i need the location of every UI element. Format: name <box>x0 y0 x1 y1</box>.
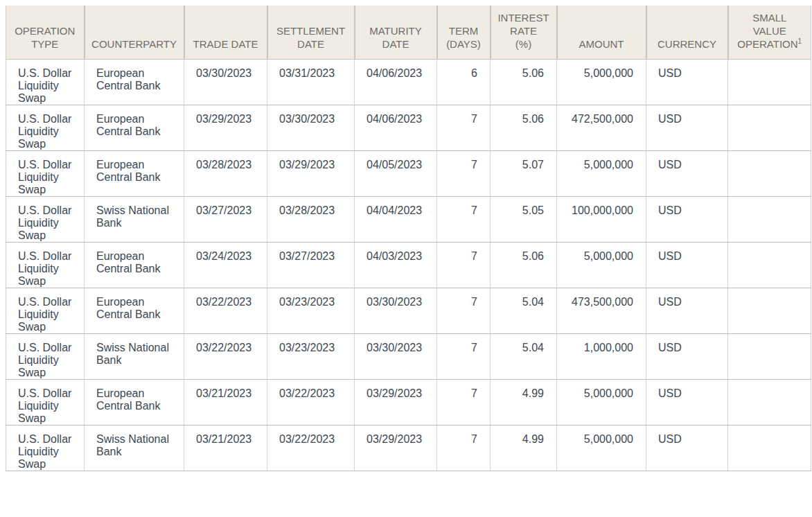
cell-term-days: 7 <box>437 334 491 380</box>
cell-amount: 5,000,000 <box>557 60 646 105</box>
table-header: OPERATION TYPE COUNTERPARTY TRADE DATE S… <box>6 6 811 60</box>
cell-small-value-operation <box>728 151 811 197</box>
cell-operation-type: U.S. Dollar Liquidity Swap <box>6 288 85 334</box>
cell-currency: USD <box>646 288 728 334</box>
cell-counterparty: Swiss National Bank <box>85 197 184 243</box>
cell-maturity-date: 04/04/2023 <box>355 197 437 243</box>
cell-small-value-operation <box>728 380 811 426</box>
cell-maturity-date: 04/06/2023 <box>355 60 437 105</box>
cell-small-value-operation <box>728 243 811 288</box>
header-trade-date: TRADE DATE <box>184 6 267 60</box>
cell-interest-rate: 4.99 <box>491 380 557 426</box>
header-counterparty: COUNTERPARTY <box>85 6 184 60</box>
cell-term-days: 7 <box>437 197 491 243</box>
cell-maturity-date: 03/30/2023 <box>355 334 437 380</box>
header-small-value-label: SMALL VALUE OPERATION <box>737 12 797 50</box>
cell-term-days: 7 <box>437 288 491 334</box>
cell-currency: USD <box>646 105 728 151</box>
cell-amount: 5,000,000 <box>557 426 646 471</box>
cell-small-value-operation <box>728 426 811 471</box>
table-row: U.S. Dollar Liquidity SwapEuropean Centr… <box>6 60 811 105</box>
header-amount: AMOUNT <box>557 6 646 60</box>
cell-amount: 473,500,000 <box>557 288 646 334</box>
cell-currency: USD <box>646 380 728 426</box>
cell-small-value-operation <box>728 288 811 334</box>
table-row: U.S. Dollar Liquidity SwapSwiss National… <box>6 197 811 243</box>
cell-operation-type: U.S. Dollar Liquidity Swap <box>6 243 85 288</box>
cell-term-days: 7 <box>437 426 491 471</box>
cell-interest-rate: 5.06 <box>491 105 557 151</box>
header-maturity-date: MATURITY DATE <box>355 6 437 60</box>
cell-currency: USD <box>646 426 728 471</box>
cell-term-days: 7 <box>437 243 491 288</box>
cell-settlement-date: 03/30/2023 <box>267 105 355 151</box>
cell-maturity-date: 04/05/2023 <box>355 151 437 197</box>
cell-term-days: 7 <box>437 105 491 151</box>
header-interest-rate: INTEREST RATE (%) <box>491 6 557 60</box>
table-body: U.S. Dollar Liquidity SwapEuropean Centr… <box>6 60 811 471</box>
cell-currency: USD <box>646 151 728 197</box>
cell-interest-rate: 5.04 <box>491 334 557 380</box>
cell-small-value-operation <box>728 197 811 243</box>
cell-maturity-date: 03/29/2023 <box>355 380 437 426</box>
cell-interest-rate: 5.05 <box>491 197 557 243</box>
cell-interest-rate: 5.06 <box>491 243 557 288</box>
cell-settlement-date: 03/28/2023 <box>267 197 355 243</box>
cell-counterparty: European Central Bank <box>85 243 184 288</box>
cell-term-days: 7 <box>437 151 491 197</box>
table-row: U.S. Dollar Liquidity SwapEuropean Centr… <box>6 380 811 426</box>
cell-counterparty: European Central Bank <box>85 60 184 105</box>
table-row: U.S. Dollar Liquidity SwapEuropean Centr… <box>6 288 811 334</box>
cell-operation-type: U.S. Dollar Liquidity Swap <box>6 197 85 243</box>
cell-settlement-date: 03/27/2023 <box>267 243 355 288</box>
cell-amount: 100,000,000 <box>557 197 646 243</box>
cell-settlement-date: 03/31/2023 <box>267 60 355 105</box>
header-currency: CURRENCY <box>646 6 728 60</box>
cell-trade-date: 03/24/2023 <box>184 243 267 288</box>
cell-settlement-date: 03/22/2023 <box>267 380 355 426</box>
cell-trade-date: 03/27/2023 <box>184 197 267 243</box>
operations-table-container: OPERATION TYPE COUNTERPARTY TRADE DATE S… <box>6 6 811 471</box>
cell-maturity-date: 04/06/2023 <box>355 105 437 151</box>
cell-amount: 5,000,000 <box>557 151 646 197</box>
cell-currency: USD <box>646 60 728 105</box>
cell-term-days: 6 <box>437 60 491 105</box>
cell-counterparty: European Central Bank <box>85 105 184 151</box>
cell-counterparty: Swiss National Bank <box>85 334 184 380</box>
cell-term-days: 7 <box>437 380 491 426</box>
cell-operation-type: U.S. Dollar Liquidity Swap <box>6 380 85 426</box>
header-small-value-operation: SMALL VALUE OPERATION1 <box>728 6 811 60</box>
cell-trade-date: 03/21/2023 <box>184 380 267 426</box>
cell-amount: 5,000,000 <box>557 380 646 426</box>
cell-amount: 5,000,000 <box>557 243 646 288</box>
table-row: U.S. Dollar Liquidity SwapSwiss National… <box>6 334 811 380</box>
table-row: U.S. Dollar Liquidity SwapEuropean Centr… <box>6 243 811 288</box>
cell-amount: 472,500,000 <box>557 105 646 151</box>
header-settlement-date: SETTLEMENT DATE <box>267 6 355 60</box>
cell-settlement-date: 03/29/2023 <box>267 151 355 197</box>
cell-currency: USD <box>646 197 728 243</box>
cell-small-value-operation <box>728 334 811 380</box>
table-row: U.S. Dollar Liquidity SwapEuropean Centr… <box>6 105 811 151</box>
cell-small-value-operation <box>728 60 811 105</box>
cell-trade-date: 03/22/2023 <box>184 334 267 380</box>
cell-trade-date: 03/29/2023 <box>184 105 267 151</box>
cell-settlement-date: 03/22/2023 <box>267 426 355 471</box>
cell-small-value-operation <box>728 105 811 151</box>
cell-interest-rate: 5.07 <box>491 151 557 197</box>
cell-operation-type: U.S. Dollar Liquidity Swap <box>6 334 85 380</box>
table-row: U.S. Dollar Liquidity SwapSwiss National… <box>6 426 811 471</box>
footnote-marker: 1 <box>798 37 802 45</box>
cell-currency: USD <box>646 243 728 288</box>
cell-maturity-date: 03/30/2023 <box>355 288 437 334</box>
cell-trade-date: 03/21/2023 <box>184 426 267 471</box>
header-row: OPERATION TYPE COUNTERPARTY TRADE DATE S… <box>6 6 811 60</box>
cell-operation-type: U.S. Dollar Liquidity Swap <box>6 60 85 105</box>
cell-settlement-date: 03/23/2023 <box>267 288 355 334</box>
cell-operation-type: U.S. Dollar Liquidity Swap <box>6 105 85 151</box>
cell-operation-type: U.S. Dollar Liquidity Swap <box>6 151 85 197</box>
cell-trade-date: 03/28/2023 <box>184 151 267 197</box>
cell-trade-date: 03/22/2023 <box>184 288 267 334</box>
cell-interest-rate: 4.99 <box>491 426 557 471</box>
table-row: U.S. Dollar Liquidity SwapEuropean Centr… <box>6 151 811 197</box>
